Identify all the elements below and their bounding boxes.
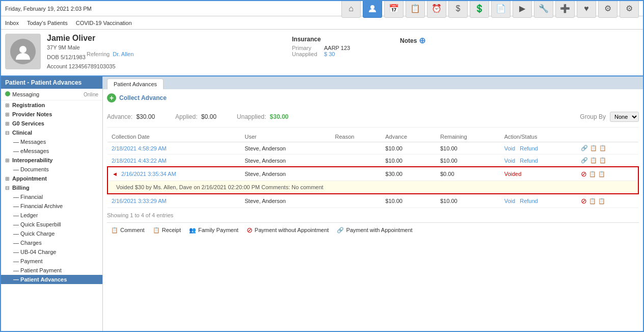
sidebar-item-quick-esuperbill[interactable]: — Quick Esuperbill — [1, 220, 102, 229]
table-row: 2/18/2021 4:58:29 AM Steve, Anderson $10… — [108, 142, 638, 155]
row4-reason — [331, 194, 381, 208]
sidebar-item-clinical[interactable]: ⊟ Clinical — [1, 128, 102, 137]
insurance-title: Insurance — [292, 36, 390, 43]
row3-remaining: $0.00 — [436, 167, 500, 181]
row1-link-icon[interactable]: 🔗 — [581, 145, 588, 151]
expand-icon: ⊞ — [5, 176, 9, 182]
patient-name: Jamie Oliver — [47, 34, 284, 43]
reports-icon[interactable]: 📄 — [491, 0, 511, 18]
health-icon[interactable]: ➕ — [555, 0, 575, 18]
row2-link-icon[interactable]: 🔗 — [581, 157, 588, 164]
collect-advance-button[interactable]: + Collect Advance — [107, 93, 639, 103]
tab-patient-advances[interactable]: Patient Advances — [107, 79, 164, 89]
groupby-select[interactable]: None User Date — [610, 112, 639, 122]
sidebar-item-charges[interactable]: — Charges — [1, 238, 102, 247]
media-icon[interactable]: ▶ — [513, 0, 532, 18]
todays-patients-link[interactable]: Today's Patients — [27, 20, 68, 26]
inbox-link[interactable]: Inbox — [5, 20, 19, 26]
calendar-icon[interactable]: 📅 — [384, 0, 404, 18]
sidebar-item-documents[interactable]: — Documents — [1, 165, 102, 174]
void-detail-cell: Voided $30 by Ms. Allen, Dave on 2/16/20… — [108, 181, 638, 194]
patient-age: 37Y 9M Male — [47, 43, 284, 53]
patient-info: Jamie Oliver 37Y 9M Male DOB 5/12/1983 A… — [47, 34, 284, 71]
col-reason: Reason — [331, 132, 381, 142]
unapplied-label: Unapplied: — [237, 113, 266, 120]
home-icon[interactable]: ⌂ — [341, 0, 361, 18]
expand-icon: ⊞ — [5, 121, 9, 126]
settings-icon[interactable]: ⚙ — [598, 0, 618, 18]
alarm-icon[interactable]: ⏰ — [427, 0, 446, 18]
row3-void-icon: ⊘ — [581, 170, 587, 178]
row4-remaining: $10.00 — [436, 194, 500, 208]
row3-note-icon[interactable]: 📋 — [589, 171, 596, 177]
expand-icon: ⊟ — [5, 185, 9, 191]
sidebar-item-patient-payment[interactable]: — Patient Payment — [1, 266, 102, 275]
voided-label: Voided — [504, 171, 522, 177]
content-area: Patient Advances + Collect Advance Advan… — [103, 76, 643, 332]
sidebar-item-registration[interactable]: ⊞ Registration — [1, 100, 102, 110]
sidebar-item-quick-charge[interactable]: — Quick Charge — [1, 229, 102, 238]
billing-icon[interactable]: $ — [448, 0, 468, 18]
expand-icon: ⊟ — [5, 130, 9, 136]
sidebar-item-appointment[interactable]: ⊞ Appointment — [1, 174, 102, 183]
sidebar-item-go-services[interactable]: ⊞ G0 Services — [1, 119, 102, 128]
notes-icon[interactable]: 📋 — [406, 0, 425, 18]
void-link-2[interactable]: Void — [504, 158, 515, 164]
sidebar-item-financial-archive[interactable]: — Financial Archive — [1, 201, 102, 211]
sidebar-item-patient-advances[interactable]: — Patient Advances — [1, 275, 102, 284]
payment-with-appointment-button[interactable]: 🔗 Payment with Appointment — [337, 227, 412, 234]
notes-add-button[interactable]: ⊕ — [419, 36, 425, 45]
family-payment-button[interactable]: 👥 Family Payment — [189, 227, 238, 234]
void-link-1[interactable]: Void — [504, 145, 515, 151]
sidebar-item-ub04[interactable]: — UB-04 Charge — [1, 247, 102, 257]
table-row-void-detail: Voided $30 by Ms. Allen, Dave on 2/16/20… — [108, 181, 638, 194]
sidebar-item-emessages[interactable]: — eMessages — [1, 146, 102, 156]
online-status: Online — [84, 92, 98, 97]
patient-account: Account 123456789103035 — [47, 62, 284, 71]
row4-note-icon[interactable]: 📋 — [589, 198, 596, 205]
sidebar-item-interoperability[interactable]: ⊞ Interoperability — [1, 156, 102, 165]
row3-copy-icon[interactable]: 📋 — [598, 171, 605, 177]
tools-icon[interactable]: 🔧 — [534, 0, 553, 18]
admin-icon[interactable]: ⚙ — [620, 0, 639, 18]
row4-copy-icon[interactable]: 📋 — [598, 198, 605, 205]
row1-copy-icon[interactable]: 📋 — [599, 145, 606, 151]
col-remaining: Remaining — [436, 132, 500, 142]
void-link-4[interactable]: Void — [504, 198, 515, 204]
patient-icon[interactable] — [363, 0, 382, 18]
payment-without-appointment-button[interactable]: ⊘ Payment without Appointment — [247, 226, 329, 234]
payment-without-appt-icon: ⊘ — [247, 226, 253, 234]
receipt-button[interactable]: 📋 Receipt — [153, 227, 181, 234]
sidebar-item-financial[interactable]: — Financial — [1, 192, 102, 201]
refund-link-4[interactable]: Refund — [520, 198, 538, 204]
ecg-icon[interactable]: ♥ — [577, 0, 596, 18]
refund-link-1[interactable]: Refund — [520, 145, 538, 151]
row2-note-icon[interactable]: 📋 — [590, 157, 597, 164]
row2-copy-icon[interactable]: 📋 — [599, 157, 606, 164]
comment-button[interactable]: 📋 Comment — [111, 227, 145, 234]
patient-dob: DOB 5/12/1983 — [47, 53, 284, 62]
sidebar-item-payment[interactable]: — Payment — [1, 257, 102, 266]
col-action: Action/Status — [500, 132, 577, 142]
row1-user: Steve, Anderson — [240, 142, 331, 155]
main-area: Patient - Patient Advances Messaging Onl… — [1, 76, 643, 332]
primary-value: AARP 123 — [324, 45, 350, 51]
sidebar-item-billing[interactable]: ⊟ Billing — [1, 183, 102, 192]
top-bar: Friday, February 19, 2021 2:03 PM ⌂ 📅 📋 … — [1, 1, 643, 16]
referring-doctor[interactable]: Dr. Allen — [113, 51, 133, 57]
sidebar-item-messages[interactable]: — Messages — [1, 137, 102, 146]
row1-remaining: $10.00 — [436, 142, 500, 155]
payment-with-appt-icon: 🔗 — [337, 227, 344, 234]
advance-summary: Advance: $30.00 — [107, 113, 155, 120]
messaging-row: Messaging Online — [1, 89, 102, 100]
row3-action: Voided — [500, 167, 577, 181]
claims-icon[interactable]: 💲 — [470, 0, 489, 18]
notes-title: Notes ⊕ — [400, 36, 637, 45]
refund-link-2[interactable]: Refund — [520, 158, 538, 164]
row1-note-icon[interactable]: 📋 — [590, 145, 597, 151]
receipt-label: Receipt — [162, 227, 181, 233]
sidebar-item-provider-notes[interactable]: ⊞ Provider Notes — [1, 110, 102, 119]
covid-link[interactable]: COVID-19 Vaccination — [76, 20, 132, 26]
receipt-icon: 📋 — [153, 227, 160, 234]
sidebar-item-ledger[interactable]: — Ledger — [1, 211, 102, 220]
